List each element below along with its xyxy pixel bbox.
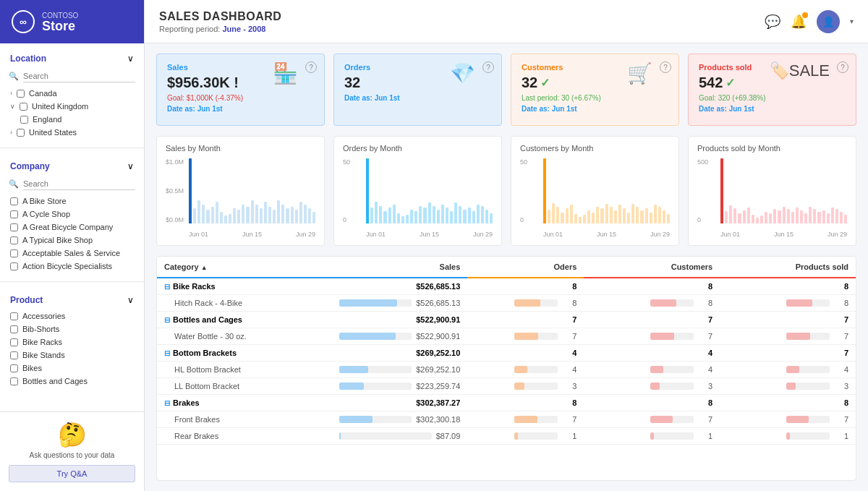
company-search-input[interactable]	[23, 178, 135, 190]
chart-bar	[804, 213, 807, 223]
england-checkbox[interactable]	[20, 116, 28, 124]
chart-bar	[463, 210, 466, 223]
chart-bar	[393, 205, 396, 223]
child-category-cell: HL Bottom Bracket	[157, 362, 332, 378]
filter-item-canada[interactable]: › Canada	[0, 87, 144, 100]
chart-products-title: Products sold by Month	[697, 144, 847, 153]
chart-bar	[783, 207, 786, 223]
child-products-cell: 3	[720, 378, 856, 395]
company-action-bicycle[interactable]: Action Bicycle Specialists	[0, 260, 144, 273]
chevron-down-icon[interactable]: ▾	[850, 17, 854, 25]
col-orders[interactable]: Oders	[467, 257, 584, 278]
product-collapse-icon[interactable]: ∨	[127, 295, 134, 305]
col-customers[interactable]: Customers	[584, 257, 720, 278]
location-search-input[interactable]	[23, 70, 135, 82]
col-category[interactable]: Category ▲	[157, 257, 332, 278]
chart-customers-bars	[543, 158, 670, 223]
chart-customers-area: 50 0 Jun 01Jun 15Jun 29	[520, 158, 670, 238]
kpi-orders-info-icon[interactable]: ?	[482, 61, 494, 73]
chart-bar	[197, 200, 200, 223]
product-bike-racks[interactable]: Bike Racks	[0, 336, 144, 349]
chart-bar	[375, 202, 378, 223]
product-bikes[interactable]: Bikes	[0, 362, 144, 375]
chart-bar	[743, 210, 746, 223]
orders-cell: 8	[467, 395, 584, 411]
us-checkbox[interactable]	[17, 129, 25, 137]
company-label: Company	[10, 161, 50, 171]
company-a-cycle-shop[interactable]: A Cycle Shop	[0, 208, 144, 221]
chart-bar	[583, 215, 586, 223]
child-orders-cell: 7	[467, 328, 584, 345]
product-bottles[interactable]: Bottles and Cages	[0, 375, 144, 388]
chart-bar	[468, 208, 471, 223]
products-cell: 9	[720, 445, 856, 445]
chart-bar	[809, 207, 812, 223]
child-orders-cell: 7	[467, 411, 584, 428]
product-bib-shorts[interactable]: Bib-Shorts	[0, 323, 144, 336]
child-category-cell: LL Bottom Bracket	[157, 378, 332, 395]
child-orders-cell: 1	[467, 428, 584, 445]
chart-orders: Orders by Month 50 0 Jun 01Jun 15Jun 29	[333, 136, 502, 246]
company-a-bike-store[interactable]: A Bike Store	[0, 195, 144, 208]
sidebar-footer: 🤔 Ask questions to your data Try Q&A	[0, 411, 144, 491]
table-container[interactable]: Category ▲ Sales Oders Customers Product…	[157, 257, 856, 445]
chart-bar	[654, 205, 657, 223]
data-table-section: Category ▲ Sales Oders Customers Product…	[156, 256, 856, 481]
chart-bar	[556, 207, 559, 223]
company-collapse-icon[interactable]: ∨	[127, 161, 134, 171]
chart-bar	[233, 208, 236, 223]
chart-bar	[437, 210, 440, 223]
orders-cell: 7	[467, 312, 584, 328]
product-accessories[interactable]: Accessories	[0, 309, 144, 323]
orders-cell: 9	[467, 445, 584, 445]
sidebar-filters: Location ∨ 🔍 › Canada ∨ United Kingdom E…	[0, 43, 144, 411]
filter-item-uk[interactable]: ∨ United Kingdom	[0, 100, 144, 113]
location-filter-header[interactable]: Location ∨	[0, 49, 144, 68]
company-acceptable[interactable]: Acceptable Sales & Service	[0, 247, 144, 260]
child-customers-cell: 3	[584, 378, 720, 395]
chart-sales-area: $1.0M $0.5M $0.0M Jun 01Jun 15Jun 29	[166, 158, 315, 238]
filter-item-england[interactable]: England	[0, 113, 144, 126]
product-bike-stands[interactable]: Bike Stands	[0, 349, 144, 362]
notification-icon[interactable]: 🔔	[791, 14, 807, 30]
product-filter-header[interactable]: Product ∨	[0, 291, 144, 309]
kpi-customers-info-icon[interactable]: ?	[660, 61, 671, 73]
expand-icon[interactable]: ⊟	[164, 399, 170, 407]
col-sales[interactable]: Sales	[332, 257, 468, 278]
orders-cell: 8	[467, 278, 584, 295]
products-cell: 8	[720, 395, 856, 411]
company-filter-header[interactable]: Company ∨	[0, 157, 144, 176]
company-a-great-bicycle[interactable]: A Great Bicycle Company	[0, 221, 144, 234]
uk-checkbox[interactable]	[20, 103, 27, 111]
child-orders-cell: 3	[467, 378, 584, 395]
chart-bar	[729, 205, 732, 223]
expand-icon[interactable]: ⊟	[164, 316, 170, 324]
chat-icon[interactable]: 💬	[765, 14, 780, 30]
user-avatar[interactable]: 👤	[817, 10, 840, 33]
chart-bar	[291, 207, 294, 223]
location-collapse-icon[interactable]: ∨	[127, 54, 134, 64]
sort-icon: ▲	[201, 264, 208, 271]
chart-orders-xaxis: Jun 01Jun 15Jun 29	[366, 231, 493, 238]
kpi-products: ? 🏷️SALE Products sold 542 ✓ Goal: 320 (…	[688, 54, 856, 126]
chart-sales-yaxis: $1.0M $0.5M $0.0M	[166, 158, 187, 223]
qa-button[interactable]: Try Q&A	[9, 465, 135, 482]
sales-cell: $269,252.10	[332, 345, 468, 362]
filter-item-us[interactable]: › United States	[0, 126, 144, 139]
expand-icon[interactable]: ⊟	[164, 283, 170, 291]
chart-bar	[574, 214, 577, 223]
chart-bar	[414, 211, 417, 223]
canada-label: Canada	[29, 89, 57, 98]
table-row: ⊟Brakes $302,387.27 8 8 8	[157, 395, 856, 411]
help-figure: 🤔	[9, 421, 135, 448]
chart-bar	[658, 207, 661, 223]
col-products[interactable]: Products sold	[720, 257, 856, 278]
chart-bar	[304, 205, 307, 223]
table-row: HL Bottom Bracket $269,252.10 4	[157, 362, 856, 378]
expand-icon[interactable]: ⊟	[164, 349, 170, 357]
company-typical-bike[interactable]: A Typical Bike Shop	[0, 234, 144, 247]
kpi-products-info-icon[interactable]: ?	[837, 61, 848, 73]
kpi-orders: ? 💎 Orders 32 Date as: Jun 1st	[333, 54, 502, 126]
kpi-sales-info-icon[interactable]: ?	[305, 61, 317, 73]
canada-checkbox[interactable]	[17, 90, 25, 98]
